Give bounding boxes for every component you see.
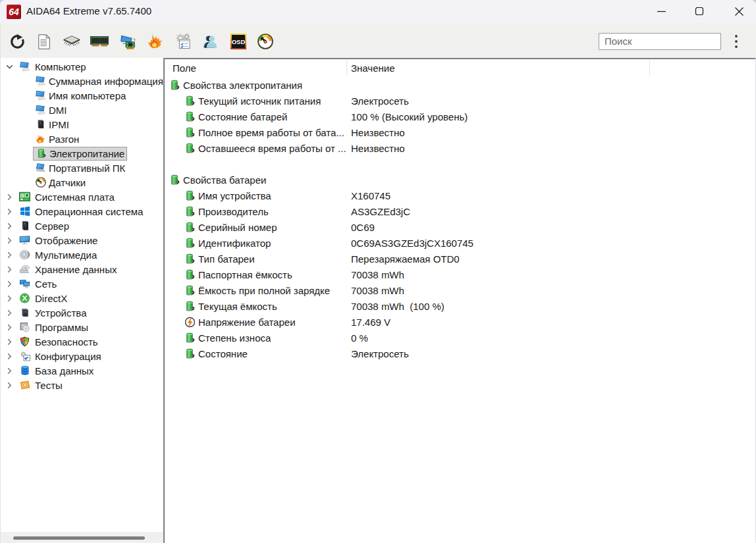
svg-text:OSD: OSD xyxy=(232,38,246,45)
